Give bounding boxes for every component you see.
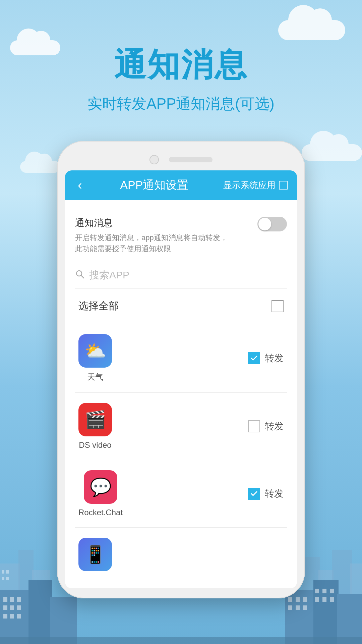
svg-rect-31 (303, 605, 307, 610)
rocketchat-forward-area: 转发 (248, 487, 284, 500)
svg-rect-29 (288, 605, 292, 610)
weather-forward-area: 转发 (248, 352, 284, 365)
show-system-apps-button[interactable]: 显示系统应用 (223, 179, 288, 191)
main-title: 通知消息 (0, 44, 362, 87)
svg-rect-7 (2, 570, 4, 574)
svg-rect-33 (322, 589, 326, 593)
sub-title: 实时转发APP通知消息(可选) (0, 94, 362, 114)
svg-rect-13 (50, 597, 77, 644)
app-item-rocketchat: 💬 Rocket.Chat 转发 (75, 460, 287, 528)
svg-rect-38 (0, 637, 362, 644)
show-system-label: 显示系统应用 (223, 179, 276, 191)
svg-rect-15 (10, 597, 14, 602)
rocketchat-emoji: 💬 (90, 477, 112, 497)
phone-notch (65, 151, 297, 170)
dsvideo-forward-label: 转发 (265, 420, 284, 433)
select-all-checkbox[interactable] (272, 300, 284, 312)
svg-rect-9 (2, 577, 4, 580)
svg-rect-12 (28, 580, 52, 644)
weather-app-icon: ⛅ (78, 334, 112, 368)
toggle-desc-line2: 此功能需要授予使用通知权限 (75, 243, 228, 254)
svg-rect-35 (315, 597, 319, 602)
toggle-label-area: 通知消息 开启转发通知消息，app通知消息将自动转发， 此功能需要授予使用通知权… (75, 217, 228, 254)
app-content: 通知消息 开启转发通知消息，app通知消息将自动转发， 此功能需要授予使用通知权… (65, 200, 297, 588)
header-title: APP通知设置 (85, 177, 223, 193)
cloud-4 (20, 161, 60, 173)
svg-rect-20 (3, 614, 7, 619)
svg-rect-22 (17, 614, 21, 619)
app-item-dsvideo: 🎬 DS video 转发 (75, 393, 287, 460)
select-all-label: 选择全部 (78, 299, 119, 313)
svg-rect-34 (330, 589, 334, 593)
toggle-title: 通知消息 (75, 217, 228, 229)
svg-rect-36 (322, 597, 326, 602)
select-all-row: 选择全部 (75, 288, 287, 324)
weather-emoji: ⛅ (84, 341, 106, 361)
weather-app-name: 天气 (87, 372, 103, 382)
dsvideo-emoji: 🎬 (84, 410, 106, 430)
search-bar: 搜索APP (75, 264, 287, 288)
notification-toggle[interactable] (257, 217, 287, 231)
weather-forward-label: 转发 (265, 352, 284, 365)
rocketchat-app-left: 💬 Rocket.Chat (78, 470, 123, 517)
svg-rect-17 (3, 605, 7, 610)
cloud-3 (302, 144, 362, 161)
phone-outer: ‹ APP通知设置 显示系统应用 通知消息 开启转发通知消息，app通知消息将自… (57, 141, 305, 598)
dsvideo-app-icon: 🎬 (78, 403, 112, 436)
fourth-app-left: 📱 (78, 538, 112, 571)
system-apps-checkbox[interactable] (279, 181, 288, 190)
title-area: 通知消息 实时转发APP通知消息(可选) (0, 44, 362, 114)
svg-rect-18 (10, 605, 14, 610)
fourth-app-icon: 📱 (78, 538, 112, 571)
svg-rect-25 (337, 594, 362, 644)
svg-rect-8 (6, 570, 9, 574)
svg-rect-16 (17, 597, 21, 602)
dsvideo-app-name: DS video (79, 440, 111, 450)
phone-speaker (169, 157, 213, 162)
app-header: ‹ APP通知设置 显示系统应用 (65, 170, 297, 200)
phone-mockup: ‹ APP通知设置 显示系统应用 通知消息 开启转发通知消息，app通知消息将自… (57, 141, 305, 598)
svg-rect-19 (17, 605, 21, 610)
rocketchat-forward-checkbox[interactable] (248, 488, 260, 500)
dsvideo-app-left: 🎬 DS video (78, 403, 112, 450)
cloud-1 (278, 20, 345, 40)
dsvideo-forward-area: 转发 (248, 420, 284, 433)
phone-screen: ‹ APP通知设置 显示系统应用 通知消息 开启转发通知消息，app通知消息将自… (65, 170, 297, 588)
fourth-emoji: 📱 (84, 544, 106, 565)
svg-rect-30 (296, 605, 300, 610)
svg-rect-14 (3, 597, 7, 602)
svg-rect-10 (6, 577, 9, 580)
weather-app-left: ⛅ 天气 (78, 334, 112, 382)
svg-rect-21 (10, 614, 14, 619)
search-icon (75, 269, 84, 281)
notification-toggle-row: 通知消息 开启转发通知消息，app通知消息将自动转发， 此功能需要授予使用通知权… (75, 210, 287, 264)
toggle-desc-line1: 开启转发通知消息，app通知消息将自动转发， (75, 232, 228, 243)
phone-camera (149, 155, 159, 164)
search-placeholder[interactable]: 搜索APP (89, 268, 129, 282)
rocketchat-app-icon: 💬 (84, 470, 117, 504)
rocketchat-forward-label: 转发 (265, 487, 284, 500)
svg-rect-37 (330, 597, 334, 602)
svg-rect-32 (315, 589, 319, 593)
back-button[interactable]: ‹ (74, 178, 85, 193)
dsvideo-forward-checkbox[interactable] (248, 420, 260, 432)
rocketchat-app-name: Rocket.Chat (78, 508, 123, 517)
app-item-weather: ⛅ 天气 转发 (75, 324, 287, 393)
app-item-fourth: 📱 (75, 528, 287, 588)
svg-line-40 (81, 275, 84, 278)
weather-forward-checkbox[interactable] (248, 352, 260, 364)
